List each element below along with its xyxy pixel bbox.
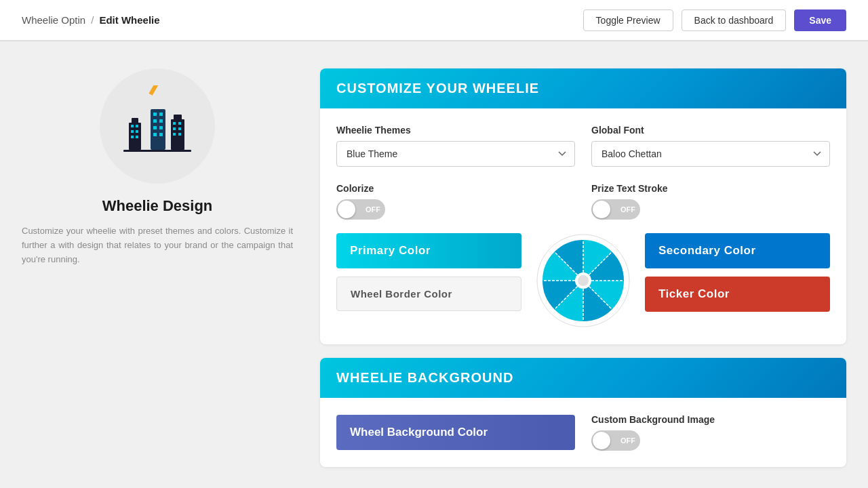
main-content: Wheelie Design Customize your wheelie wi… — [0, 41, 868, 488]
colorize-toggle[interactable]: OFF — [336, 199, 385, 220]
header: Wheelie Optin / Edit Wheelie Toggle Prev… — [0, 0, 868, 41]
colorize-group: Colorize OFF — [336, 183, 575, 220]
svg-rect-18 — [174, 115, 182, 120]
wheel-preview — [532, 233, 634, 328]
custom-bg-knob — [593, 432, 610, 449]
font-label: Global Font — [591, 125, 830, 136]
left-panel: Wheelie Design Customize your wheelie wi… — [22, 68, 293, 467]
svg-rect-23 — [173, 133, 176, 136]
wheel-svg — [536, 233, 631, 328]
design-icon — [117, 85, 198, 167]
background-section: WHEELIE BACKGROUND Wheel Background Colo… — [320, 358, 846, 467]
customize-body: Wheelie Themes Blue Theme Global Font Ba… — [320, 108, 846, 344]
svg-point-39 — [578, 275, 589, 286]
header-actions: Toggle Preview Back to dashboard Save — [583, 9, 846, 31]
prize-stroke-state: OFF — [620, 205, 635, 214]
prize-stroke-group: Prize Text Stroke OFF — [591, 183, 830, 220]
background-body: Wheel Background Color Custom Background… — [320, 398, 846, 467]
svg-rect-9 — [153, 113, 157, 116]
svg-rect-1 — [132, 118, 138, 123]
primary-color-button[interactable]: Primary Color — [336, 233, 521, 268]
prize-stroke-toggle[interactable]: OFF — [591, 199, 640, 220]
page-title: Edit Wheelie — [99, 14, 159, 26]
svg-rect-2 — [131, 125, 134, 127]
background-title: WHEELIE BACKGROUND — [336, 370, 830, 386]
breadcrumb-separator: / — [91, 14, 94, 26]
design-description: Customize your wheelie with preset theme… — [22, 224, 293, 266]
color-row: Primary Color Wheel Border Color — [336, 233, 830, 328]
right-panel: CUSTOMIZE YOUR WHEELIE Wheelie Themes Bl… — [320, 68, 846, 467]
color-buttons-left: Primary Color Wheel Border Color — [336, 233, 521, 311]
ticker-color-button[interactable]: Ticker Color — [645, 277, 830, 312]
themes-select[interactable]: Blue Theme — [336, 141, 575, 167]
svg-rect-13 — [153, 126, 157, 129]
prize-stroke-label: Prize Text Stroke — [591, 183, 830, 194]
font-select[interactable]: Baloo Chettan — [591, 141, 830, 167]
svg-rect-25 — [149, 85, 159, 96]
svg-rect-4 — [131, 130, 134, 133]
custom-bg-toggle[interactable]: OFF — [591, 430, 640, 451]
bg-color-group: Wheel Background Color — [336, 415, 575, 450]
background-header: WHEELIE BACKGROUND — [320, 358, 846, 398]
svg-rect-24 — [178, 133, 181, 136]
custom-bg-label: Custom Background Image — [591, 414, 830, 425]
colorize-knob — [338, 201, 355, 218]
toggle-row: Colorize OFF Prize Text Stroke OFF — [336, 183, 830, 220]
back-to-dashboard-button[interactable]: Back to dashboard — [682, 9, 787, 31]
svg-rect-12 — [159, 119, 163, 123]
themes-label: Wheelie Themes — [336, 125, 575, 136]
wheel-border-color-button[interactable]: Wheel Border Color — [336, 277, 521, 311]
svg-rect-6 — [131, 136, 134, 138]
breadcrumb: Wheelie Optin / Edit Wheelie — [22, 14, 160, 26]
design-section-title: Wheelie Design — [102, 197, 213, 215]
svg-rect-22 — [178, 127, 181, 130]
svg-rect-16 — [159, 133, 163, 136]
svg-rect-20 — [178, 122, 181, 125]
font-group: Global Font Baloo Chettan — [591, 125, 830, 167]
svg-rect-7 — [136, 136, 138, 138]
svg-rect-28 — [123, 150, 191, 152]
svg-rect-21 — [173, 127, 176, 130]
toggle-preview-button[interactable]: Toggle Preview — [583, 9, 673, 31]
wheel-background-color-button[interactable]: Wheel Background Color — [336, 415, 575, 450]
svg-rect-19 — [173, 122, 176, 125]
custom-bg-state: OFF — [620, 436, 635, 445]
svg-rect-14 — [159, 126, 163, 129]
background-row: Wheel Background Color Custom Background… — [336, 414, 830, 451]
avatar — [100, 68, 215, 184]
save-button[interactable]: Save — [794, 9, 846, 31]
app-name: Wheelie Optin — [22, 14, 85, 26]
custom-bg-group: Custom Background Image OFF — [591, 414, 830, 451]
secondary-color-button[interactable]: Secondary Color — [645, 233, 830, 268]
svg-rect-11 — [153, 119, 157, 123]
svg-rect-3 — [136, 125, 138, 127]
color-buttons-right: Secondary Color Ticker Color — [645, 233, 830, 312]
svg-rect-10 — [159, 113, 163, 116]
svg-rect-0 — [129, 123, 141, 150]
theme-font-row: Wheelie Themes Blue Theme Global Font Ba… — [336, 125, 830, 167]
svg-rect-5 — [136, 130, 138, 133]
customize-section: CUSTOMIZE YOUR WHEELIE Wheelie Themes Bl… — [320, 68, 846, 344]
svg-rect-8 — [151, 109, 165, 150]
colorize-state: OFF — [366, 205, 380, 214]
svg-rect-15 — [153, 133, 157, 136]
customize-title: CUSTOMIZE YOUR WHEELIE — [336, 81, 830, 96]
colorize-label: Colorize — [336, 183, 575, 194]
themes-group: Wheelie Themes Blue Theme — [336, 125, 575, 167]
customize-header: CUSTOMIZE YOUR WHEELIE — [320, 68, 846, 108]
prize-stroke-knob — [593, 201, 610, 218]
